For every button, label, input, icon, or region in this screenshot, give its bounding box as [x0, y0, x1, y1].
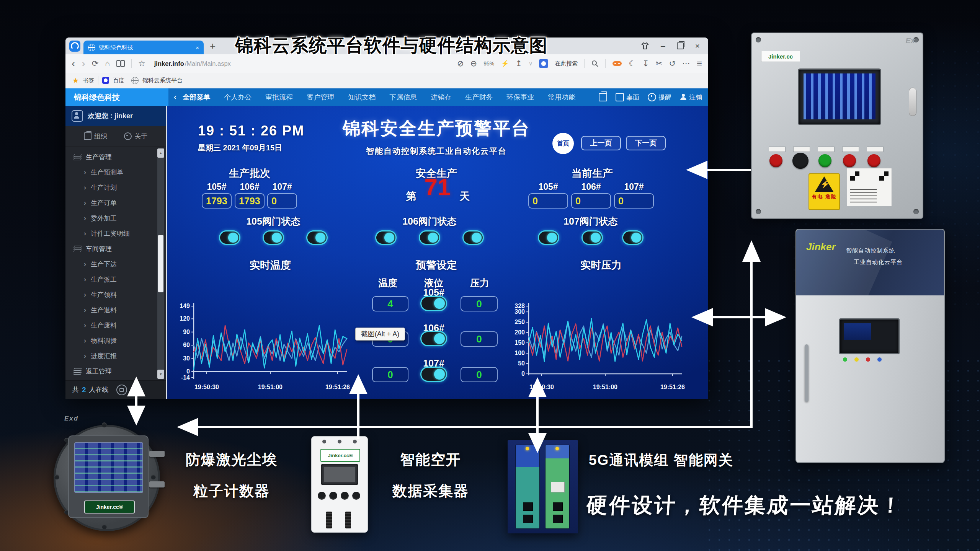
level-toggle-106[interactable] [420, 331, 447, 346]
sidebar-item-piecework-wage[interactable]: ›计件工资明细 [65, 226, 166, 241]
nav-item-knowledge-docs[interactable]: 知识文档 [348, 93, 376, 102]
collapse-chevron-icon[interactable]: ‹ [174, 92, 176, 102]
nav-item-personal-office[interactable]: 个人办公 [224, 93, 252, 102]
divider [131, 59, 132, 68]
valve-toggle-105-3[interactable] [306, 230, 328, 245]
search-here-label[interactable]: 在此搜索 [555, 60, 578, 67]
tab-active[interactable]: 锦科绿色科技 × [83, 41, 204, 54]
next-page-button[interactable]: 下一页 [626, 136, 666, 150]
download-icon[interactable]: ↧ [642, 59, 649, 68]
new-tab-button[interactable]: + [210, 41, 216, 51]
reading-mode-icon[interactable] [116, 60, 125, 67]
breaker-caption-line1: 智能空开 [377, 450, 484, 469]
app-brand[interactable]: 锦科绿色科技 [65, 88, 168, 106]
valve-toggle-107-3[interactable] [622, 230, 644, 245]
pages-icon[interactable] [599, 93, 607, 101]
valve-toggle-107-1[interactable] [538, 230, 559, 245]
nav-item-customer-mgmt[interactable]: 客户管理 [307, 93, 334, 102]
monitor-icon[interactable] [116, 385, 127, 395]
bookmarks-label[interactable]: 书签 [83, 77, 94, 84]
valve-toggle-105-2[interactable] [263, 230, 284, 245]
zoom-level[interactable]: 95% [483, 60, 494, 67]
search-icon[interactable] [591, 60, 599, 67]
hamburger-menu-icon[interactable]: ≡ [697, 58, 702, 69]
sidebar-item-material-pick[interactable]: ›生产领料 [65, 287, 166, 302]
valve-toggle-106-2[interactable] [419, 230, 440, 245]
popup-blocked-icon[interactable]: ⊘ [457, 59, 464, 68]
connector-stub [149, 451, 165, 457]
translate-paw-icon[interactable] [539, 59, 548, 68]
sidebar-item-production-release[interactable]: ›生产下达 [65, 256, 166, 272]
gamepad-icon[interactable] [612, 60, 622, 67]
sidebar-item-production-dispatch[interactable]: ›生产派工 [65, 272, 166, 287]
lightning-icon[interactable]: ⚡ [501, 60, 509, 68]
sidebar-item-progress-report[interactable]: ›进度汇报 [65, 348, 166, 364]
forward-icon[interactable]: › [82, 57, 85, 70]
back-icon[interactable]: ‹ [72, 57, 75, 70]
undo-icon[interactable]: ↺ [669, 59, 676, 68]
pressure-setting-107[interactable]: 0 [461, 367, 498, 382]
sidebar-item-outsourcing[interactable]: ›委外加工 [65, 210, 166, 226]
scroll-up-icon[interactable]: ▲ [157, 148, 164, 158]
valve-label-106: 106阀门状态 [372, 215, 487, 228]
logout-button[interactable]: 注销 [680, 93, 702, 102]
sidebar-item-production-plan[interactable]: ›生产计划 [65, 180, 166, 195]
tab-close-icon[interactable]: × [196, 44, 199, 51]
desktop-icon [616, 93, 624, 101]
reminder-button[interactable]: 提醒 [648, 93, 671, 102]
dashboard-date: 星期三 2021 年09月15日 [198, 143, 282, 153]
scissors-screenshot-icon[interactable]: ✂ [656, 59, 663, 68]
valve-toggle-106-1[interactable] [375, 230, 397, 245]
breaker-button [352, 492, 360, 500]
pressure-setting-105[interactable]: 0 [461, 296, 498, 311]
level-toggle-105[interactable] [420, 296, 447, 311]
about-button[interactable]: 关于 [124, 132, 147, 141]
minimize-icon[interactable]: – [661, 41, 665, 51]
prev-page-button[interactable]: 上一页 [581, 136, 621, 150]
nav-item-production-finance[interactable]: 生产财务 [465, 93, 493, 102]
scrollbar-thumb[interactable] [158, 235, 163, 292]
address-bar[interactable]: jinker.info /Main/Main.aspx [154, 60, 451, 67]
level-toggle-107[interactable] [420, 367, 447, 382]
org-button[interactable]: 组织 [84, 132, 107, 141]
sidebar-item-production-waste[interactable]: ›生产废料 [65, 318, 166, 333]
dark-mode-moon-icon[interactable]: ☾ [629, 59, 636, 68]
bookmark-platform[interactable]: 锦科云系统平台 [142, 77, 183, 84]
nav-item-subordinate-info[interactable]: 下属信息 [389, 93, 417, 102]
sidebar-group-rework-mgmt[interactable]: 返工管理 [65, 364, 166, 379]
sidebar-scrollbar[interactable]: ▲ ▼ [157, 148, 164, 379]
chevron-down-icon[interactable]: ∨ [529, 60, 532, 67]
nav-item-approval-flow[interactable]: 审批流程 [265, 93, 293, 102]
sidebar-group-production-mgmt[interactable]: 生产管理 [65, 149, 166, 165]
home-page-button[interactable]: 首页 [552, 133, 574, 154]
temp-setting-107[interactable]: 0 [372, 367, 408, 382]
sidebar-item-material-return[interactable]: ›生产退料 [65, 302, 166, 318]
nav-item-common-functions[interactable]: 常用功能 [548, 93, 575, 102]
more-icon[interactable]: ⋯ [682, 59, 690, 68]
nav-item-environment[interactable]: 环保事业 [506, 93, 534, 102]
scroll-down-icon[interactable]: ▼ [157, 370, 164, 379]
sidebar-item-material-transfer[interactable]: ›物料调拨 [65, 333, 166, 348]
sidebar-group-workshop-mgmt[interactable]: 车间管理 [65, 241, 166, 256]
close-icon[interactable]: × [695, 41, 700, 51]
restore-icon[interactable] [677, 42, 684, 49]
share-icon[interactable]: ↥ [515, 59, 522, 68]
nav-item-all-menu[interactable]: 全部菜单 [183, 93, 210, 102]
browser-logo-icon[interactable] [69, 41, 80, 52]
sidebar-item-production-forecast[interactable]: ›生产预测单 [65, 165, 166, 180]
zoom-out-icon[interactable]: ⊖ [470, 59, 477, 68]
desktop-button[interactable]: 桌面 [616, 93, 639, 102]
home-icon[interactable]: ⌂ [105, 59, 110, 68]
theme-skin-icon[interactable] [641, 42, 649, 50]
sidebar-item-production-order[interactable]: ›生产订单 [65, 195, 166, 210]
bookmark-star-icon[interactable]: ☆ [138, 59, 145, 68]
pressure-setting-106[interactable]: 0 [461, 331, 498, 347]
valve-toggle-105-1[interactable] [219, 230, 240, 245]
nav-item-inventory[interactable]: 进销存 [431, 93, 451, 102]
valve-toggle-106-3[interactable] [462, 230, 484, 245]
reload-icon[interactable]: ⟳ [92, 59, 99, 68]
temp-setting-105[interactable]: 4 [372, 296, 408, 311]
valve-toggle-107-2[interactable] [581, 230, 603, 245]
bookmark-baidu[interactable]: 百度 [113, 77, 124, 84]
device-screen [74, 442, 143, 493]
